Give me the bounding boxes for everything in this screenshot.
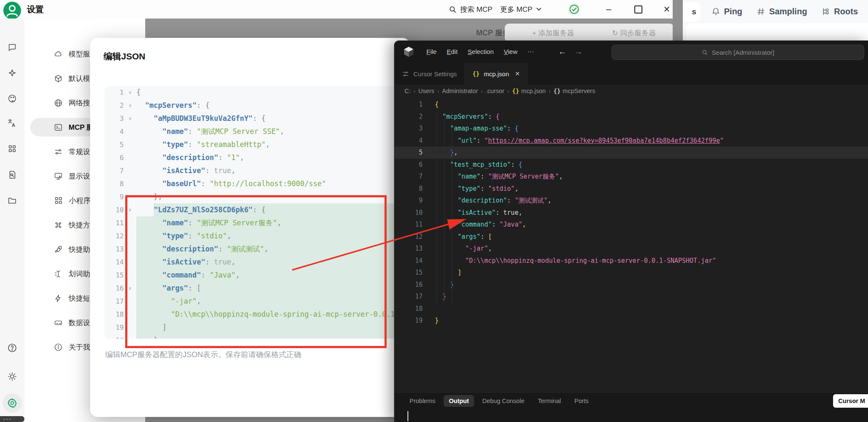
tree-icon: [821, 7, 830, 16]
panel-tab-output[interactable]: Output: [444, 395, 474, 407]
sampling-button[interactable]: Sampling: [756, 7, 807, 16]
menu-view[interactable]: View: [499, 48, 522, 55]
rail-sparkle-button[interactable]: [4, 65, 21, 82]
json-symbol-icon: {}: [512, 88, 519, 94]
close-tab-icon[interactable]: ✕: [515, 70, 520, 77]
rail-grid-button[interactable]: [4, 140, 21, 157]
tab-mcp-json[interactable]: {}mcp.json✕: [465, 63, 528, 85]
tab-cursor-settings[interactable]: Cursor Settings: [394, 63, 465, 85]
maximize-icon: [634, 5, 642, 13]
fold-spacer: [124, 190, 136, 203]
json-file-icon: {}: [472, 70, 479, 77]
cube-icon: [54, 74, 63, 83]
ping-button[interactable]: Ping: [711, 7, 742, 16]
panel-tab-terminal[interactable]: Terminal: [533, 395, 566, 407]
grid-icon: [8, 144, 17, 153]
breadcrumb-item[interactable]: Users: [418, 88, 434, 94]
json-line-6: 6 "description": "1",: [104, 151, 399, 164]
more-mcp-dropdown[interactable]: 更多 MCP: [500, 0, 542, 19]
code-line-14: 14 "D:\\mcp\\hoppinzq-module-spring-ai-m…: [394, 255, 868, 267]
rail-palette-button[interactable]: [4, 90, 21, 107]
json-line-15: 15 "command": "Java",: [104, 269, 399, 282]
inspector-tab-fragment[interactable]: s: [682, 2, 700, 21]
fold-spacer: [124, 164, 136, 177]
breadcrumb-item[interactable]: {}mcp.json: [512, 88, 546, 94]
fold-arrow-icon[interactable]: ∨: [124, 86, 136, 99]
breadcrumb-item[interactable]: .cursor: [486, 88, 504, 94]
code-line-17: 17 }: [394, 291, 868, 303]
search-mcp-button[interactable]: 搜索 MCP: [449, 0, 493, 19]
json-line-11: 11 "name": "测试MCP Server服务",: [104, 216, 399, 230]
rail-translate-button[interactable]: 文A: [4, 115, 21, 131]
indent-guide: [437, 112, 437, 304]
menu-selection[interactable]: Selection: [463, 48, 499, 55]
breadcrumb-separator: ›: [507, 88, 509, 94]
breadcrumb-item[interactable]: Administrator: [442, 88, 478, 94]
fold-arrow-icon[interactable]: ∨: [124, 99, 136, 112]
json-line-12: 12 "type": "stdio",: [104, 230, 399, 243]
check-circle-icon: [567, 3, 581, 16]
breadcrumb-separator: ›: [437, 88, 439, 94]
code-line-9: 9 "description": "测试测试",: [394, 195, 868, 207]
sync-server-button[interactable]: ↻ 同步服务器: [594, 24, 674, 42]
vscode-tabbar: Cursor Settings{}mcp.json✕: [394, 63, 868, 85]
json-line-2: 2∨ "mcpServers": {: [104, 99, 399, 112]
panel-tab-debug-console[interactable]: Debug Console: [477, 395, 530, 407]
fold-spacer: [124, 138, 136, 151]
add-server-button[interactable]: + 添加服务器: [505, 24, 602, 42]
more-mcp-label: 更多 MCP: [500, 5, 533, 14]
command-icon: [54, 221, 63, 230]
screenshot-stage: s PingSamplingRoots 设置 搜索 MCP 更多 MCP: [0, 0, 868, 422]
fold-arrow-icon[interactable]: ∨: [124, 282, 136, 295]
output-caret: [407, 411, 408, 421]
roots-button[interactable]: Roots: [821, 7, 858, 16]
fold-spacer: [124, 269, 136, 282]
panel-tab-problems[interactable]: Problems: [405, 395, 440, 407]
rail-file-search-button[interactable]: [4, 166, 21, 183]
rail-help-button[interactable]: [4, 339, 21, 356]
menu-more-button[interactable]: ⋯: [522, 48, 539, 56]
nav-back-button[interactable]: ←: [554, 47, 570, 56]
toolbar-label: Ping: [724, 7, 742, 16]
json-line-8: 8 "baseUrl": "http://localhost:9000/sse": [104, 177, 399, 190]
search-placeholder: Search [Administrator]: [712, 49, 774, 56]
json-editor[interactable]: 1∨{2∨ "mcpServers": {3∨ "aMpBUDW3EuT9kuV…: [104, 86, 399, 339]
rail-theme-button[interactable]: [4, 368, 21, 385]
globe-icon: [54, 99, 63, 107]
status-check: [567, 0, 581, 19]
chevron-down-icon: [536, 7, 542, 11]
edit-json-modal: 编辑JSON 1∨{2∨ "mcpServers": {3∨ "aMpBUDW3…: [90, 38, 410, 417]
panel-tab-ports[interactable]: Ports: [570, 395, 594, 407]
nav-forward-button[interactable]: →: [570, 47, 587, 56]
code-line-11: 11 "command": "Java",: [394, 219, 868, 231]
menu-edit[interactable]: Edit: [442, 48, 463, 55]
taskbar-fragment: [0, 416, 24, 422]
tab-settings-icon: [402, 70, 409, 77]
rail-settings-gear-button[interactable]: [3, 393, 22, 413]
search-mcp-label: 搜索 MCP: [460, 5, 493, 14]
cursor-mcp-button[interactable]: Cursor M: [833, 394, 868, 408]
user-avatar[interactable]: [3, 2, 21, 19]
code-line-4: 4 "url": "https://mcp.amap.com/sse?key=8…: [394, 135, 868, 147]
toolbar-label: Roots: [834, 7, 858, 16]
fold-arrow-icon[interactable]: ∨: [124, 112, 136, 125]
fold-arrow-icon[interactable]: ∨: [124, 203, 136, 216]
vscode-menubar: FileEditSelectionView: [421, 48, 522, 56]
breadcrumb-item[interactable]: {}mcpServers: [554, 88, 595, 94]
rail-folder-button[interactable]: [4, 192, 21, 209]
minimize-button[interactable]: –: [599, 0, 618, 19]
code-line-12: 12 "args": [: [394, 231, 868, 243]
toolbar-label: Sampling: [769, 7, 807, 16]
vscode-search-box[interactable]: Search [Administrator]: [612, 45, 864, 60]
vscode-editor[interactable]: 1{2 "mcpServers": {3 "amap-amap-sse": {4…: [394, 97, 868, 393]
settings-titlebar: 设置 搜索 MCP 更多 MCP – ✕: [0, 0, 673, 19]
rail-chat-button[interactable]: [4, 39, 21, 56]
json-symbol-icon: {}: [554, 88, 561, 94]
fold-spacer: [124, 334, 136, 339]
menu-file[interactable]: File: [421, 48, 442, 55]
lightning-icon: [54, 294, 63, 303]
hash-icon: [756, 7, 765, 16]
maximize-button[interactable]: [629, 0, 647, 19]
breadcrumb-item[interactable]: C:: [405, 88, 411, 94]
sliders-icon: [54, 147, 63, 156]
